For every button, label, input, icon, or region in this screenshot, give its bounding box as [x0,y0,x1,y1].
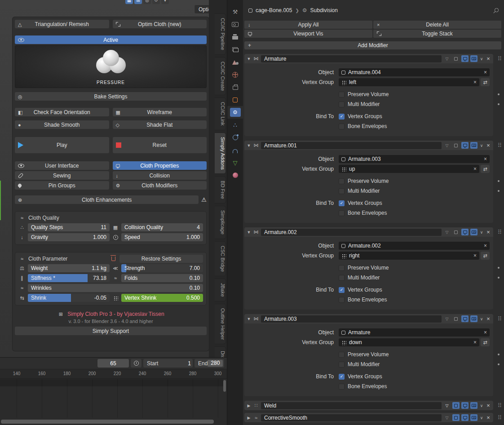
animate-dot[interactable] [498,103,500,105]
bind-vertex-groups-checkbox[interactable] [339,287,345,293]
render-display-toggle-icon[interactable] [470,142,477,149]
modifier-name-field[interactable]: Armature.003 [261,315,442,323]
animate-dot[interactable] [498,363,500,365]
animate-dot[interactable] [498,190,500,192]
edit-mode-toggle-icon[interactable] [452,414,460,421]
weight-field[interactable]: Weight 1.1 kg [28,264,110,272]
tab-view-layer[interactable] [227,43,243,56]
clear-icon[interactable]: × [473,79,477,85]
delete-all-button[interactable]: × Delete All [373,21,501,29]
trash-icon[interactable] [110,257,117,261]
multi-modifier-checkbox[interactable] [339,275,345,281]
nav-user-interface[interactable]: User Interface [15,161,109,170]
animate-dot[interactable] [498,93,500,95]
play-button[interactable]: Play [15,137,109,153]
snap-toggle-icon[interactable]: ▦ [125,0,133,4]
clear-icon[interactable]: × [473,339,477,345]
preserve-volume-checkbox[interactable] [339,178,345,184]
modifier-header[interactable]: ▼ ⋈ Armature.002 ▽ ∨ × ⠿ [244,227,493,237]
vertex-group-filter-icon[interactable]: ▽ [443,402,451,409]
object-field[interactable]: Armature.004 × [339,68,490,76]
side-tab-outline-helper[interactable]: Outline Helper [215,304,226,344]
realtime-display-toggle-icon[interactable] [461,142,469,149]
nav-sewing[interactable]: Sewing [15,171,109,180]
simply-support-button[interactable]: Simply Support [15,327,207,335]
snap-mode-icon[interactable]: ⊞ [134,0,142,4]
side-tab-ccic-pipeline[interactable]: CC/iC Pipeline [215,13,226,55]
modifier-header[interactable]: ▼ ⋈ Armature ▽ ∨ × ⠿ [244,54,493,63]
modifier-name-field[interactable]: Armature [261,55,442,62]
vertex-group-field[interactable]: down × [339,338,479,346]
animate-dot[interactable] [498,277,500,279]
timeline-tracks[interactable] [0,379,223,418]
tab-render[interactable] [227,18,243,31]
drag-handle[interactable]: ⠿ [497,414,502,421]
edit-mode-toggle-icon[interactable] [452,402,460,409]
object-field[interactable]: Armature.002 × [339,242,490,250]
bake-settings-button[interactable]: ◎ Bake Settings [15,92,207,101]
realtime-display-toggle-icon[interactable] [461,414,469,421]
side-tab-csc-bridge[interactable]: CSC Bridge [215,241,226,276]
expand-chevron-icon[interactable]: ▼ [247,143,251,148]
tab-collection[interactable] [227,81,243,93]
tab-output[interactable] [227,31,243,43]
bone-envelopes-checkbox[interactable] [339,210,345,216]
breadcrumb-active-item[interactable]: Subdivision [310,7,338,13]
folds-field[interactable]: Folds 0.10 [121,274,203,282]
nav-cloth-modifiers[interactable]: ⚙ Cloth Modifiers [113,181,207,190]
multi-modifier-checkbox[interactable] [339,102,345,107]
optim-cloth-button[interactable]: Optim Cloth (new) [113,20,207,28]
expand-chevron-icon[interactable]: ▼ [247,57,251,61]
timeline-vertical-scrollbar[interactable] [223,380,226,392]
invert-vertex-group-icon[interactable]: ⇄ [481,252,490,260]
remove-modifier-icon[interactable]: × [486,229,491,235]
vertex-group-filter-icon[interactable]: ▽ [443,142,451,149]
drag-handle[interactable]: ⠿ [497,142,502,149]
frame-end-field[interactable]: End 280 [195,359,224,367]
reset-button[interactable]: Reset [113,137,207,153]
current-frame-field[interactable]: 65 [97,359,129,367]
render-display-toggle-icon[interactable] [470,315,477,322]
side-tab-ccic-create[interactable]: CC/iC Create [215,57,226,95]
remove-modifier-icon[interactable]: × [486,315,491,322]
triangulation-remesh-button[interactable]: △ Triangulation/ Remesh [15,20,109,28]
clear-icon[interactable]: × [484,243,487,249]
realtime-display-toggle-icon[interactable] [461,402,469,409]
extras-chevron-icon[interactable]: ∨ [479,416,484,420]
tab-constraints[interactable] [227,144,243,156]
gravity-field[interactable]: Gravity 1.000 [28,233,110,241]
remove-modifier-icon[interactable]: × [486,142,491,149]
timeline-ruler[interactable]: 140 160 180 200 220 240 260 280 300 [0,369,227,379]
vertex-group-field[interactable]: left × [339,78,479,86]
tab-world[interactable] [227,68,243,81]
clear-icon[interactable]: × [484,69,487,75]
edit-mode-toggle-icon[interactable] [452,142,460,149]
add-modifier-button[interactable]: + Add Modifier [244,41,501,49]
viewport-vis-button[interactable]: Viewport Vis [244,30,372,38]
rotate-view-icon[interactable]: ↺ [152,0,160,4]
tab-object-data[interactable]: ▽ [227,156,243,169]
vertex-shrink-slider[interactable]: Vertex Shrink 0.500 [121,294,203,302]
clear-icon[interactable]: × [484,329,487,336]
realtime-display-toggle-icon[interactable] [461,315,469,322]
render-display-toggle-icon[interactable] [470,414,477,421]
expand-chevron-icon[interactable]: ▶ [247,416,251,420]
animate-dot[interactable] [498,180,500,182]
modifier-name-field[interactable]: Weld [261,402,442,409]
expand-chevron-icon[interactable]: ▼ [247,230,251,235]
drag-handle[interactable]: ⠿ [497,229,502,235]
toggle-stack-button[interactable]: Toggle Stack [373,30,501,38]
extras-chevron-icon[interactable]: ∨ [479,403,484,408]
object-field[interactable]: Armature × [339,328,490,336]
extras-chevron-icon[interactable]: ∨ [479,57,484,61]
preserve-volume-checkbox[interactable] [339,352,345,358]
render-display-toggle-icon[interactable] [470,402,477,409]
realtime-display-toggle-icon[interactable] [461,55,469,62]
shrink-slider[interactable]: Shrink -0.05 [28,294,110,302]
edit-mode-toggle-icon[interactable] [452,315,460,322]
wrinkles-field[interactable]: Wrinkles 0.10 [28,284,203,292]
modifier-name-field[interactable]: CorrectiveSmooth [261,414,442,421]
dropdown-icon[interactable]: ▾ [161,0,169,4]
shade-smooth-button[interactable]: ● Shade Smooth [15,120,109,129]
object-field[interactable]: Armature.003 × [339,155,490,163]
